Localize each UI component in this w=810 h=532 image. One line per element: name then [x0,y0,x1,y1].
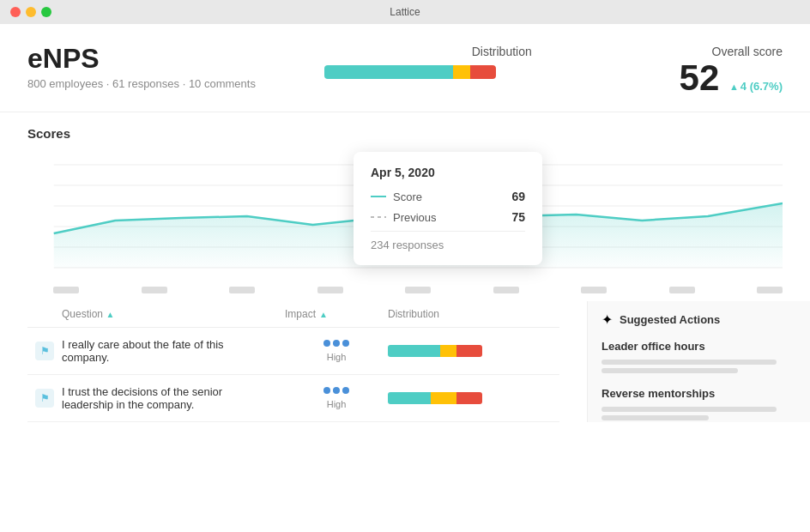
impact-label: High [327,399,347,409]
impact-sort-icon[interactable]: ▲ [319,310,328,319]
table-row: ⚑ I really care about the fate of this c… [27,328,559,375]
close-button[interactable] [10,7,21,17]
table-row: ⚑ I trust the decisions of the senior le… [27,375,559,422]
header-left: eNPS 800 employees · 61 responses · 10 c… [27,45,256,90]
minimize-button[interactable] [26,7,36,17]
score-change: ▲ 4 (6.7%) [729,81,783,93]
mini-promoter [388,392,431,404]
row-question[interactable]: I trust the decisions of the senior lead… [62,385,285,411]
header-subtitle: 800 employees · 61 responses · 10 commen… [27,77,256,90]
header-center: Distribution [256,45,680,79]
overall-score: 52 ▲ 4 (6.7%) [680,58,783,98]
previous-line-icon [371,216,386,218]
dist-detractor [470,65,496,79]
dot [333,387,340,394]
x-label [581,287,607,293]
x-label [669,287,695,293]
sparkle-icon: ✦ [601,311,613,328]
flag-icon: ⚑ [35,342,54,360]
suggested-header: ✦ Suggested Actions [601,311,796,328]
mini-dist-bar [388,345,482,357]
traffic-lights [10,7,51,17]
impact-label: High [327,352,347,362]
mini-detractor [456,345,482,357]
impact-dots [323,387,349,394]
col-question-header: Question ▲ [62,308,285,320]
x-label [317,287,343,293]
overall-label: Overall score [680,45,783,58]
tooltip-previous-value: 75 [511,210,525,224]
x-axis [53,287,783,293]
suggested-item-title[interactable]: Leader office hours [601,340,796,353]
row-icon: ⚑ [27,342,62,360]
tooltip-date: Apr 5, 2020 [371,166,525,179]
suggested-title: Suggested Actions [620,313,720,326]
scores-section: Scores [0,112,810,301]
table-header: Question ▲ Impact ▲ Distribution [27,301,559,328]
suggested-actions-panel: ✦ Suggested Actions Leader office hours … [587,301,810,422]
row-icon: ⚑ [27,389,62,408]
question-sort-icon[interactable]: ▲ [106,310,114,319]
x-label [142,287,167,293]
row-distribution [388,345,559,357]
score-number: 52 [680,57,720,98]
score-change-value: 4 (6.7%) [740,81,783,93]
table-section: Question ▲ Impact ▲ Distribution ⚑ [0,301,810,422]
tooltip-previous-row: Previous 75 [371,210,525,224]
suggested-line [601,368,738,373]
row-impact: High [285,387,388,409]
row-distribution [388,392,559,404]
scores-title: Scores [27,126,783,141]
x-label [493,287,519,293]
col-distribution-header: Distribution [388,308,559,320]
row-impact: High [285,340,388,362]
header: eNPS 800 employees · 61 responses · 10 c… [0,24,810,112]
mini-dist-bar [388,392,482,404]
chart-tooltip: Apr 5, 2020 Score 69 Previous 75 234 res… [354,152,542,265]
suggested-line [601,407,777,412]
x-label [229,287,255,293]
mini-passive [440,345,457,357]
enps-title: eNPS [27,45,256,72]
flag-icon: ⚑ [35,389,54,408]
dist-promoter [324,65,453,79]
x-label [405,287,431,293]
score-line-icon [371,196,386,197]
suggested-line [601,415,709,420]
mini-passive [431,392,457,404]
impact-dots [323,340,349,347]
chart-area: Apr 5, 2020 Score 69 Previous 75 234 res… [27,148,783,293]
tooltip-score-value: 69 [511,190,525,203]
table-with-panel: Question ▲ Impact ▲ Distribution ⚑ [27,301,783,422]
col-impact-header: Impact ▲ [285,308,388,320]
mini-detractor [456,392,482,404]
tooltip-score-row: Score 69 [371,190,525,203]
maximize-button[interactable] [41,7,51,17]
dot [342,387,349,394]
titlebar: Lattice [0,0,810,24]
header-right: Overall score 52 ▲ 4 (6.7%) [680,45,783,98]
dot [323,387,330,394]
arrow-icon: ▲ [729,82,739,92]
tooltip-responses: 234 responses [371,231,525,251]
app-title: Lattice [390,6,420,18]
distribution-bar [324,65,496,79]
tooltip-score-label: Score [371,190,422,203]
dist-passive [453,65,470,79]
suggested-item-title[interactable]: Reverse mentorships [601,387,796,400]
distribution-label: Distribution [324,45,680,58]
dot [333,340,340,347]
suggested-item: Reverse mentorships [601,387,796,420]
dot [342,340,349,347]
mini-promoter [388,345,440,357]
tooltip-previous-label: Previous [371,211,437,224]
suggested-item: Leader office hours [601,340,796,373]
main-content: eNPS 800 employees · 61 responses · 10 c… [0,24,810,532]
x-label [757,287,783,293]
suggested-line [601,360,777,365]
x-label [53,287,79,293]
row-question[interactable]: I really care about the fate of this com… [62,338,285,364]
dot [323,340,330,347]
